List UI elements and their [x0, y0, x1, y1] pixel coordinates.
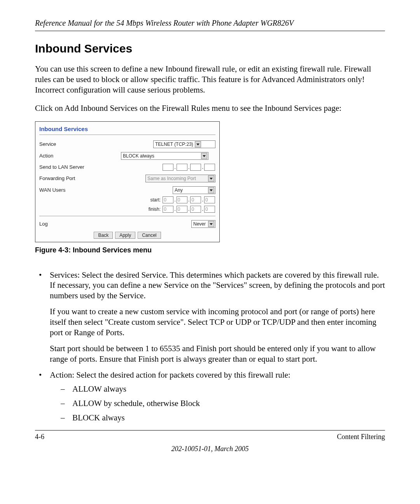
- inbound-services-panel: Inbound Services Service TELNET (TCP:23)…: [35, 121, 220, 242]
- action-opt-2: ALLOW by schedule, otherwise Block: [61, 398, 385, 409]
- start-ip-2[interactable]: 0: [177, 196, 187, 203]
- intro-paragraph-1: You can use this screen to define a new …: [35, 64, 385, 95]
- footer-doc-id: 202-10051-01, March 2005: [35, 445, 385, 453]
- footer-section: Content Filtering: [337, 433, 385, 441]
- start-ip-1[interactable]: 0: [163, 196, 173, 203]
- lan-ip-octet-4[interactable]: [204, 164, 215, 171]
- list-item-action: Action: Select the desired action for pa…: [35, 370, 385, 424]
- label-log: Log: [39, 221, 48, 227]
- action-select[interactable]: BLOCK always: [121, 152, 208, 160]
- log-select[interactable]: Never: [191, 220, 215, 228]
- service-select[interactable]: TELNET (TCP:23): [153, 140, 215, 148]
- panel-title: Inbound Services: [39, 126, 215, 135]
- label-action: Action: [39, 153, 102, 159]
- lan-ip-octet-3[interactable]: [190, 164, 201, 171]
- services-text: Services: Select the desired Service. Th…: [50, 270, 385, 301]
- figure-caption: Figure 4-3: Inbound Services menu: [35, 246, 385, 254]
- action-opt-1: ALLOW always: [61, 384, 385, 394]
- finish-ip-3[interactable]: 0: [190, 206, 201, 213]
- bullet-list: Services: Select the desired Service. Th…: [35, 270, 385, 424]
- lan-ip-octet-1[interactable]: [163, 164, 173, 171]
- finish-ip-2[interactable]: 0: [177, 206, 187, 213]
- services-p3: Start port should be between 1 to 65535 …: [50, 343, 385, 364]
- action-options-list: ALLOW always ALLOW by schedule, otherwis…: [61, 384, 385, 423]
- label-finish: finish:: [149, 206, 161, 212]
- apply-button[interactable]: Apply: [115, 232, 135, 239]
- service-select-value: TELNET (TCP:23): [155, 142, 193, 147]
- list-item-services: Services: Select the desired Service. Th…: [35, 270, 385, 364]
- action-text: Action: Select the desired action for pa…: [50, 370, 290, 380]
- start-ip-4[interactable]: 0: [204, 196, 215, 203]
- section-title: Inbound Services: [35, 42, 385, 55]
- wan-users-select[interactable]: Any: [173, 186, 215, 194]
- footer-rule: [35, 430, 385, 430]
- finish-ip-4[interactable]: 0: [204, 206, 215, 213]
- finish-ip-1[interactable]: 0: [163, 206, 173, 213]
- chevron-down-icon: [201, 153, 207, 159]
- intro-paragraph-2: Click on Add Inbound Services on the Fir…: [35, 103, 385, 114]
- chevron-down-icon: [195, 141, 201, 147]
- header-rule: [35, 31, 385, 31]
- chevron-down-icon: [208, 175, 214, 182]
- services-p2: If you want to create a new custom servi…: [50, 306, 385, 338]
- label-start: start:: [150, 197, 161, 203]
- chevron-down-icon: [208, 187, 214, 193]
- chevron-down-icon: [208, 221, 214, 227]
- figure-screenshot: Inbound Services Service TELNET (TCP:23)…: [35, 121, 385, 242]
- wan-users-value: Any: [175, 187, 206, 193]
- page-number: 4-6: [35, 433, 44, 441]
- start-ip-3[interactable]: 0: [190, 196, 201, 203]
- log-value: Never: [193, 221, 206, 227]
- label-send-to-lan: Send to LAN Server: [39, 164, 102, 170]
- cancel-button[interactable]: Cancel: [138, 232, 161, 239]
- label-service: Service: [39, 141, 102, 147]
- forwarding-port-value: Same as Incoming Port: [147, 176, 206, 181]
- action-select-value: BLOCK always: [123, 153, 200, 159]
- back-button[interactable]: Back: [94, 232, 113, 239]
- forwarding-port-select[interactable]: Same as Incoming Port: [145, 175, 215, 182]
- label-wan-users: WAN Users: [39, 187, 102, 193]
- action-opt-3: BLOCK always: [61, 413, 385, 423]
- lan-ip-octet-2[interactable]: [177, 164, 187, 171]
- running-header: Reference Manual for the 54 Mbps Wireles…: [35, 19, 385, 28]
- label-forwarding-port: Forwarding Port: [39, 175, 102, 181]
